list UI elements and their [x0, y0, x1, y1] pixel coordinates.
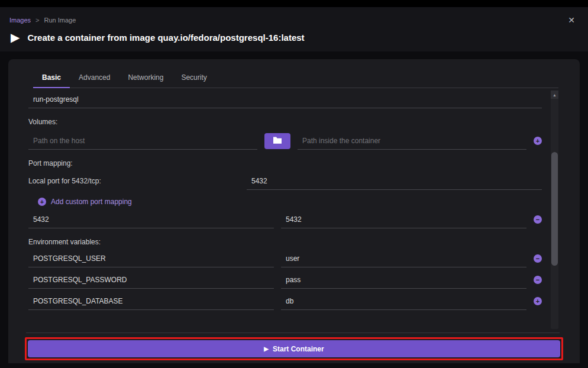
browse-folder-button[interactable] [264, 133, 290, 149]
breadcrumb-separator: > [35, 17, 39, 24]
env-value-input[interactable] [281, 271, 526, 289]
vertical-scrollbar[interactable]: ▲ [551, 91, 558, 329]
content-area: Basic Advanced Networking Security Volum… [0, 51, 588, 363]
close-icon[interactable]: ✕ [564, 15, 579, 25]
volume-host-path-input[interactable] [28, 132, 257, 150]
add-custom-port-mapping-link[interactable]: + Add custom port mapping [38, 198, 132, 206]
titlebar [0, 0, 588, 7]
env-key-input[interactable] [28, 292, 274, 310]
red-annotation-box: ▶ Start Container [25, 337, 563, 360]
add-custom-port-mapping-label: Add custom port mapping [51, 198, 132, 206]
remove-env-button[interactable]: − [534, 276, 542, 284]
custom-port-container-input[interactable] [281, 211, 526, 228]
play-icon: ▶ [264, 346, 269, 352]
env-value-input[interactable] [281, 250, 526, 267]
volume-row: + [28, 132, 542, 150]
env-value-input[interactable] [281, 292, 526, 310]
remove-env-button[interactable]: − [534, 254, 542, 263]
local-port-row: Local port for 5432/tcp: [28, 172, 542, 190]
start-container-label: Start Container [273, 345, 324, 353]
plus-circle-icon: + [38, 198, 46, 206]
port-mapping-label: Port mapping: [28, 159, 542, 167]
local-port-input[interactable] [247, 172, 542, 190]
local-port-label: Local port for 5432/tcp: [28, 177, 240, 185]
container-name-input[interactable] [28, 91, 542, 108]
volume-container-path-input[interactable] [298, 132, 526, 150]
tab-security[interactable]: Security [172, 67, 215, 88]
tab-basic[interactable]: Basic [33, 67, 70, 88]
remove-port-mapping-button[interactable]: − [534, 215, 542, 224]
play-icon: ▶ [11, 31, 20, 43]
page-title: Create a container from image quay.io/fe… [27, 33, 304, 43]
form-scroll-area: Volumes: + Port mapping: Local port for … [8, 88, 580, 333]
start-container-button[interactable]: ▶ Start Container [28, 340, 560, 357]
tab-bar: Basic Advanced Networking Security [33, 67, 558, 88]
page-header: Images > Run Image ✕ ▶ Create a containe… [0, 7, 588, 51]
volumes-label: Volumes: [28, 118, 542, 126]
custom-port-host-input[interactable] [28, 211, 274, 228]
env-key-input[interactable] [28, 250, 274, 267]
add-env-button[interactable]: + [534, 297, 542, 305]
tab-advanced[interactable]: Advanced [70, 67, 119, 88]
env-row: − [28, 250, 542, 267]
tab-networking[interactable]: Networking [119, 67, 172, 88]
breadcrumb: Images > Run Image ✕ [9, 12, 579, 25]
env-row: + [28, 292, 542, 310]
env-row: − [28, 271, 542, 289]
footer: ▶ Start Container [8, 333, 580, 363]
add-volume-button[interactable]: + [534, 137, 542, 145]
folder-icon [273, 136, 282, 146]
env-key-input[interactable] [28, 271, 274, 289]
breadcrumb-current: Run Image [44, 17, 76, 24]
scrollbar-thumb[interactable] [551, 152, 558, 266]
breadcrumb-images-link[interactable]: Images [9, 17, 31, 24]
scroll-up-icon[interactable]: ▲ [551, 91, 558, 99]
run-image-card: Basic Advanced Networking Security Volum… [8, 59, 580, 363]
custom-port-row: − [28, 211, 542, 228]
env-vars-label: Environment variables: [28, 238, 542, 246]
